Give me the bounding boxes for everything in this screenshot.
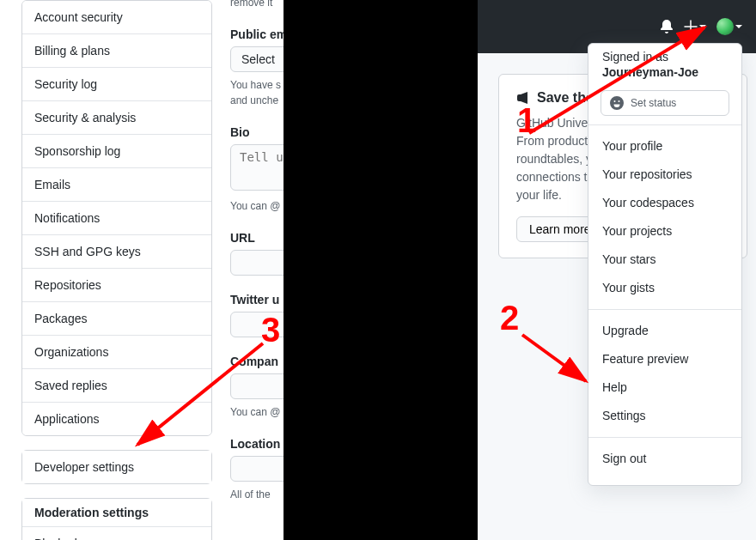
sidebar-item-packages[interactable]: Packages (22, 302, 211, 336)
dropdown-your-projects[interactable]: Your projects (588, 217, 741, 246)
dropdown-your-gists[interactable]: Your gists (588, 274, 741, 302)
dropdown-upgrade[interactable]: Upgrade (588, 317, 741, 345)
developer-settings-box: Developer settings (21, 450, 212, 484)
sidebar-item-sponsorship-log[interactable]: Sponsorship log (22, 135, 211, 168)
dropdown-sign-out[interactable]: Sign out (588, 445, 741, 473)
avatar-icon (716, 18, 734, 35)
new-icon[interactable] (684, 20, 706, 33)
dropdown-your-profile[interactable]: Your profile (588, 132, 741, 161)
dropdown-settings[interactable]: Settings (588, 402, 741, 430)
sidebar-item-security-analysis[interactable]: Security & analysis (22, 101, 211, 135)
sidebar-item-emails[interactable]: Emails (22, 168, 211, 202)
settings-sidebar: Account security Billing & plans Securit… (21, 0, 212, 540)
sidebar-item-security-log[interactable]: Security log (22, 68, 211, 101)
username: Journeyman-Joe (602, 65, 698, 79)
settings-left-pane: Account security Billing & plans Securit… (0, 0, 284, 540)
sidebar-item-organizations[interactable]: Organizations (22, 336, 211, 369)
avatar-menu[interactable] (716, 18, 742, 35)
dropdown-your-stars[interactable]: Your stars (588, 246, 741, 274)
caret-down-icon (699, 25, 706, 28)
caret-down-icon (735, 25, 742, 28)
settings-menu: Account security Billing & plans Securit… (21, 0, 212, 436)
megaphone-icon (516, 91, 530, 105)
notifications-icon[interactable] (660, 20, 674, 33)
github-home-pane: Save the GitHub Universe From product de… (478, 0, 756, 540)
sidebar-item-developer-settings[interactable]: Developer settings (22, 451, 211, 483)
moderation-header: Moderation settings (22, 499, 211, 527)
user-dropdown: Signed in as Journeyman-Joe Set status Y… (588, 43, 742, 486)
sidebar-item-applications[interactable]: Applications (22, 403, 211, 435)
sidebar-item-notifications[interactable]: Notifications (22, 202, 211, 235)
sidebar-item-account-security[interactable]: Account security (22, 1, 211, 34)
sidebar-item-ssh-gpg[interactable]: SSH and GPG keys (22, 235, 211, 269)
dropdown-your-repositories[interactable]: Your repositories (588, 161, 741, 189)
divider-black (284, 0, 478, 540)
signed-in-as: Signed in as Journeyman-Joe (588, 44, 741, 85)
dropdown-feature-preview[interactable]: Feature preview (588, 345, 741, 373)
smiley-icon (610, 96, 624, 110)
sidebar-item-repositories[interactable]: Repositories (22, 269, 211, 302)
moderation-settings-box: Moderation settings Blocked users (21, 498, 212, 540)
dropdown-help[interactable]: Help (588, 373, 741, 402)
sidebar-item-saved-replies[interactable]: Saved replies (22, 369, 211, 403)
sidebar-item-blocked-users[interactable]: Blocked users (22, 527, 211, 540)
set-status-button[interactable]: Set status (601, 90, 729, 116)
dropdown-your-codespaces[interactable]: Your codespaces (588, 189, 741, 217)
sidebar-item-billing[interactable]: Billing & plans (22, 34, 211, 68)
